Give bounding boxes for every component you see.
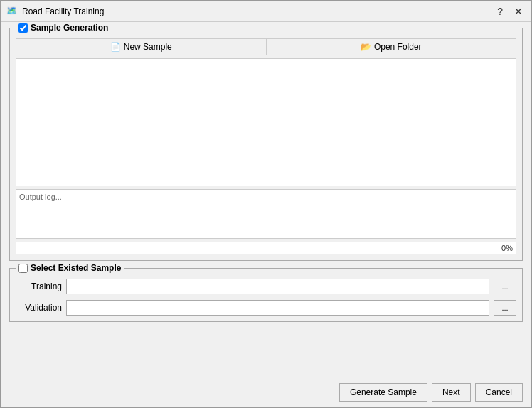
title-bar-left: 🗺️ Road Facility Training: [6, 6, 104, 17]
sample-generation-checkbox[interactable]: [18, 23, 28, 33]
next-button[interactable]: Next: [432, 383, 471, 402]
progress-text: 0%: [501, 244, 513, 252]
new-sample-label: New Sample: [124, 42, 172, 52]
new-sample-icon: 📄: [110, 42, 121, 52]
select-existed-sample-checkbox[interactable]: [18, 264, 28, 273]
validation-label: Validation: [16, 303, 62, 313]
cancel-button[interactable]: Cancel: [475, 383, 523, 402]
progress-bar-container: 0%: [16, 242, 516, 254]
main-content: Sample Generation 📄 New Sample 📂 Open Fo…: [1, 22, 531, 377]
open-folder-label: Open Folder: [374, 42, 422, 52]
select-existed-sample-label: Select Existed Sample: [31, 263, 121, 273]
training-input[interactable]: [66, 279, 489, 294]
footer: Generate Sample Next Cancel: [1, 377, 531, 407]
validation-row: Validation ...: [16, 300, 516, 316]
generate-sample-button[interactable]: Generate Sample: [339, 383, 427, 402]
select-existed-sample-legend: Select Existed Sample: [16, 263, 124, 273]
validation-browse-button[interactable]: ...: [494, 300, 516, 316]
help-button[interactable]: ?: [494, 4, 506, 18]
open-folder-button[interactable]: 📂 Open Folder: [267, 39, 516, 55]
sample-generation-legend: Sample Generation: [16, 23, 111, 33]
file-list-area: [16, 58, 516, 186]
training-row: Training ...: [16, 279, 516, 294]
sample-gen-section: 📄 New Sample 📂 Open Folder Output log...: [16, 38, 516, 254]
sample-generation-group: Sample Generation 📄 New Sample 📂 Open Fo…: [9, 28, 523, 261]
select-sample-section: Training ... Validation ...: [16, 279, 516, 316]
output-log-area: Output log...: [16, 189, 516, 239]
title-bar-controls: ? ✕: [494, 4, 526, 18]
validation-input[interactable]: [66, 300, 489, 316]
title-bar: 🗺️ Road Facility Training ? ✕: [1, 1, 531, 22]
new-sample-button[interactable]: 📄 New Sample: [16, 39, 267, 55]
sample-generation-label: Sample Generation: [31, 23, 108, 33]
top-buttons-row: 📄 New Sample 📂 Open Folder: [16, 38, 516, 55]
output-log-text: Output log...: [19, 193, 62, 201]
training-label: Training: [16, 281, 62, 291]
training-browse-button[interactable]: ...: [494, 279, 516, 294]
app-icon: 🗺️: [6, 6, 18, 17]
close-button[interactable]: ✕: [511, 4, 526, 18]
main-window: 🗺️ Road Facility Training ? ✕ Sample Gen…: [0, 0, 532, 408]
window-title: Road Facility Training: [22, 6, 104, 16]
open-folder-icon: 📂: [361, 42, 371, 52]
select-existed-sample-group: Select Existed Sample Training ... Valid…: [9, 268, 523, 322]
